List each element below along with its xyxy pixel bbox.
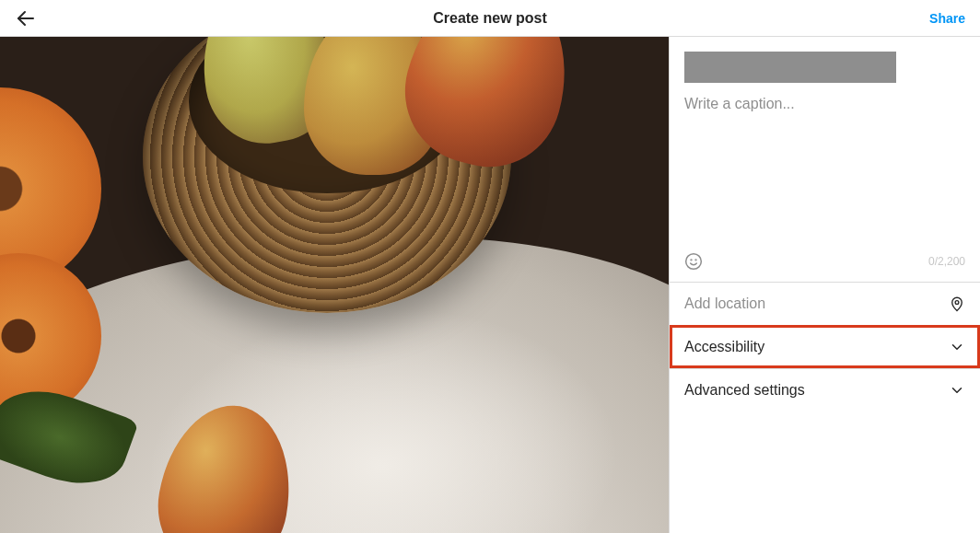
emoji-icon bbox=[684, 252, 703, 271]
caption-input[interactable] bbox=[684, 96, 965, 243]
add-location-row[interactable]: Add location bbox=[670, 282, 980, 325]
chevron-down-icon bbox=[949, 339, 965, 355]
advanced-settings-label: Advanced settings bbox=[684, 382, 805, 399]
share-button[interactable]: Share bbox=[929, 11, 965, 26]
advanced-settings-row[interactable]: Advanced settings bbox=[670, 368, 980, 411]
chevron-down-icon bbox=[949, 382, 965, 399]
accessibility-row[interactable]: Accessibility bbox=[670, 325, 980, 368]
user-block bbox=[670, 37, 980, 88]
caption-footer: 0/2,200 bbox=[670, 247, 980, 282]
modal-header: Create new post Share bbox=[0, 0, 980, 37]
character-count: 0/2,200 bbox=[928, 255, 965, 268]
back-button[interactable] bbox=[15, 7, 37, 29]
compose-sidebar: 0/2,200 Add location Accessibility Advan… bbox=[669, 37, 980, 533]
arrow-left-icon bbox=[15, 7, 37, 29]
image-preview bbox=[0, 37, 669, 533]
add-location-label: Add location bbox=[684, 295, 765, 312]
svg-point-1 bbox=[686, 254, 702, 270]
location-pin-icon bbox=[949, 295, 965, 312]
accessibility-label: Accessibility bbox=[684, 339, 764, 355]
svg-point-2 bbox=[691, 260, 692, 261]
svg-point-3 bbox=[695, 260, 696, 261]
caption-area bbox=[670, 88, 980, 247]
emoji-picker-button[interactable] bbox=[684, 252, 703, 271]
modal-title: Create new post bbox=[433, 10, 547, 27]
user-info-redacted bbox=[684, 52, 896, 83]
svg-point-4 bbox=[955, 301, 959, 305]
modal-content: 0/2,200 Add location Accessibility Advan… bbox=[0, 37, 980, 533]
